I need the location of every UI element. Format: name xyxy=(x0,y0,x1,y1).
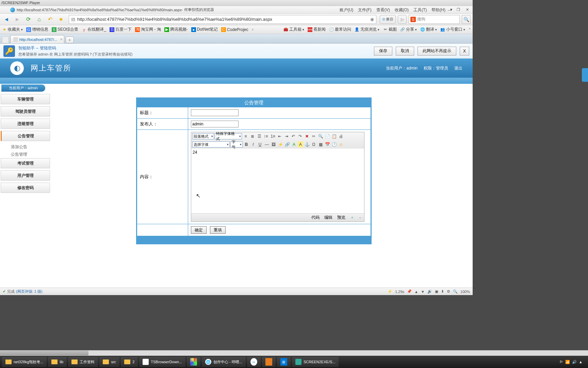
anchor-icon[interactable]: ⚓ xyxy=(304,141,310,148)
menu-view[interactable]: 查看(V) xyxy=(376,7,390,13)
status-pin-icon[interactable]: 📌 xyxy=(407,289,412,294)
bm-8[interactable]: CCodeProjec xyxy=(221,27,248,32)
status-up-icon[interactable]: ▲ xyxy=(414,290,418,294)
side-dock[interactable] xyxy=(582,68,588,82)
underline-icon[interactable]: U xyxy=(257,141,263,148)
search-button[interactable]: 🔍 xyxy=(462,15,471,24)
rss-icon[interactable]: ◉ xyxy=(370,17,374,22)
flash-icon[interactable]: ⚡ xyxy=(277,141,283,148)
status-gear-icon[interactable]: ⚙ xyxy=(447,289,450,294)
sidebar-sub-manage-announcement[interactable]: 公告管理 xyxy=(1,151,50,158)
task-4[interactable]: src xyxy=(99,357,119,367)
menu-help[interactable]: 帮助(H) xyxy=(431,7,445,13)
tab-close-icon[interactable]: ✕ xyxy=(60,37,63,41)
find-icon[interactable]: 🔍 xyxy=(317,133,324,139)
link-icon[interactable]: 🔗 xyxy=(284,141,290,148)
bmr-translate[interactable]: 🌐翻译▾ xyxy=(420,27,437,32)
bmr-alt[interactable]: 👥小号窗口▾ xyxy=(440,27,465,32)
copy-icon[interactable]: 📄 xyxy=(324,133,330,139)
bmr-visited[interactable]: 🕘最常访问 xyxy=(329,27,351,32)
tray-up-icon[interactable]: ▲ xyxy=(579,360,583,364)
sidebar-item-users[interactable]: 用户管理 xyxy=(1,170,50,181)
task-8[interactable]: SCREEN2EXE/S... xyxy=(292,357,339,367)
outdent-icon[interactable]: ⇤ xyxy=(277,133,283,139)
status-download-icon[interactable]: ⬇ xyxy=(441,289,444,294)
editor-expand-icon[interactable]: ＋ xyxy=(350,215,354,220)
time-icon[interactable]: 🕐 xyxy=(331,141,337,148)
task-app2[interactable]: ∞ xyxy=(247,357,261,367)
sidebar-item-exams[interactable]: 考试管理 xyxy=(1,158,50,168)
bmr-share[interactable]: 🔗分享▾ xyxy=(400,27,417,32)
table-icon[interactable]: ▦ xyxy=(317,141,324,148)
title-input[interactable] xyxy=(191,109,239,116)
logout-link[interactable]: 退出 xyxy=(454,65,462,71)
favorites-folder[interactable]: ★收藏夹▾ xyxy=(2,27,23,32)
task-app3[interactable] xyxy=(262,357,276,367)
editor-tab-code[interactable]: 代码 xyxy=(311,215,320,220)
print-icon[interactable]: 🖨 xyxy=(338,133,344,139)
back-button[interactable]: ◄ xyxy=(2,15,11,24)
paste-icon[interactable]: 📋 xyxy=(331,133,337,139)
status-sound-icon[interactable]: 🔊 xyxy=(427,289,432,294)
horizontal-scrollbar[interactable] xyxy=(0,350,588,356)
sidebar-item-drivers[interactable]: 驾驶员管理 xyxy=(1,106,50,117)
maximize-button[interactable]: ❐ xyxy=(454,7,462,13)
bmr-screenshot[interactable]: ✂截图 xyxy=(383,27,397,32)
indent-icon[interactable]: ⇥ xyxy=(283,133,290,139)
sidebar-toggle-icon[interactable] xyxy=(2,36,9,43)
hr-icon[interactable]: — xyxy=(264,141,270,148)
go-button[interactable]: ▷ xyxy=(398,15,407,24)
special-char-icon[interactable]: Ω xyxy=(311,141,317,148)
task-2[interactable]: lib xyxy=(48,357,67,367)
status-popup-icon[interactable]: ▣ xyxy=(435,289,438,294)
url-bar[interactable]: ▤ http://localhost:4787/%e7%bd%91%e4%b8%… xyxy=(69,15,376,24)
cut-icon[interactable]: ✂ xyxy=(311,133,317,139)
bmr-news[interactable]: new看新闻 xyxy=(308,27,326,32)
bmr-toolbox[interactable]: 🧰工具箱▾ xyxy=(283,27,304,32)
pw-cancel-button[interactable]: 取消 xyxy=(396,47,414,56)
editor-font-style-select[interactable]: 特殊字体格式 xyxy=(215,133,242,139)
close-button[interactable]: ✕ xyxy=(463,7,471,13)
undo-button[interactable]: ↶ xyxy=(46,15,54,24)
bold-icon[interactable]: B xyxy=(243,141,249,148)
task-1[interactable]: net328kg驾校考... xyxy=(2,357,47,367)
tray-sound-icon[interactable]: 🔊 xyxy=(572,360,577,364)
bm-2[interactable]: SSEO综合查 xyxy=(52,27,78,32)
menu-favorites[interactable]: 收藏(O) xyxy=(395,7,409,13)
image-icon[interactable]: 🖼 xyxy=(271,141,277,148)
align-left-icon[interactable]: ≡ xyxy=(243,133,249,139)
emoji-icon[interactable]: ☺ xyxy=(338,141,344,148)
bm-4[interactable]: 百百度一下 xyxy=(110,27,132,32)
bg-color-icon[interactable]: A xyxy=(298,141,303,148)
align-center-icon[interactable]: ≣ xyxy=(249,133,256,139)
forward-button[interactable]: ► xyxy=(13,15,22,24)
date-icon[interactable]: 📅 xyxy=(324,141,330,148)
tab-main[interactable]: http://localhost:4787/... ✕ xyxy=(10,35,64,43)
bm-7[interactable]: ●DotNet笔记 xyxy=(191,27,218,32)
editor-textarea[interactable]: 24 xyxy=(191,149,364,213)
bm-1[interactable]: G增销信息 xyxy=(26,27,48,32)
task-app1[interactable] xyxy=(187,357,200,367)
text-color-icon[interactable]: A xyxy=(291,141,297,148)
tray-network-icon[interactable]: 📶 xyxy=(565,360,570,364)
redo-icon[interactable]: ↷ xyxy=(297,133,303,139)
sidebar-sub-add-announcement[interactable]: 添加公告 xyxy=(1,143,50,151)
sidebar-item-password[interactable]: 修改密码 xyxy=(1,183,50,193)
task-6[interactable]: TSBrowserDown... xyxy=(139,357,185,367)
sidebar-item-violations[interactable]: 违规管理 xyxy=(1,119,50,129)
list-ol-icon[interactable]: 1≡ xyxy=(270,133,276,139)
compat-button[interactable]: ⊜兼容 xyxy=(380,15,396,24)
bmr-incognito[interactable]: 👤无痕浏览▾ xyxy=(355,27,379,32)
list-ul-icon[interactable]: ⁝≡ xyxy=(263,133,269,139)
editor-size-select[interactable]: 字号 xyxy=(230,141,243,148)
undo-icon[interactable]: ↶ xyxy=(290,133,296,139)
pw-never-button[interactable]: 此网站不再提示 xyxy=(418,47,456,56)
publisher-input[interactable] xyxy=(191,121,239,127)
editor-font-select[interactable]: 选择字体 xyxy=(192,141,230,148)
status-zoom-icon[interactable]: 🔍 xyxy=(453,289,458,294)
task-3[interactable]: 工作资料 xyxy=(68,357,98,367)
bm-5[interactable]: 淘淘宝网 - 淘 xyxy=(135,27,161,32)
align-right-icon[interactable]: ☰ xyxy=(256,133,262,139)
favorite-button[interactable]: ★ xyxy=(56,15,65,24)
task-7[interactable]: 🌐创作中心 - 哔哩... xyxy=(202,357,246,367)
